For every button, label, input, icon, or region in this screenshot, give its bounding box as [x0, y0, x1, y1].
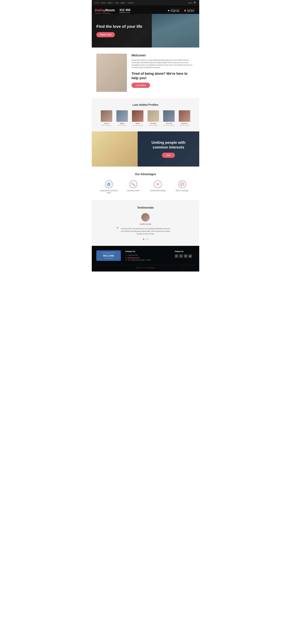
profile-photo-john [163, 110, 175, 122]
profile-card-kathleen[interactable]: Kathleen Age: 26, Glasgow [178, 110, 191, 126]
hero-content: Find the love of your life Register Now [92, 20, 147, 42]
profile-age-walter: Age: 29, London [118, 125, 127, 126]
dot-1[interactable] [143, 238, 144, 240]
nav-login[interactable]: log in [188, 2, 192, 4]
email-link[interactable]: info@demoLink.org [128, 257, 139, 258]
header-inner: DatingRoom Introduction & Dating Agency … [92, 6, 199, 14]
footer-inner: TemplateMonster WELCOME TO OUR FANS! Con… [96, 250, 195, 262]
welcome-heading: Welcome! [132, 54, 195, 57]
testimonial-name: Judith Hunter [95, 223, 196, 225]
profile-image-john [163, 110, 175, 122]
welcome-image [96, 54, 127, 92]
profile-image-danielle [148, 110, 159, 122]
contact-address: 📍 22 St. Black Road Orlando, FL 34578 [125, 259, 170, 261]
welcome-section: Welcome! Dating Room Agency is a long-es… [92, 48, 199, 98]
social-icons: f t 📷 g+ [175, 254, 195, 258]
header-stats: 312 456 Registered Users [119, 8, 130, 13]
profile-name-danielle: Danielle [150, 123, 156, 124]
unite-title: Uniting people with common interests [144, 140, 193, 150]
profile-age-john: Age: 32, Las Vegas [164, 125, 174, 126]
pages-dropdown-arrow: ▾ [113, 2, 113, 4]
footer-bottom: Dating Room © 2016 Privacy policy [96, 265, 195, 268]
profile-name-walter: Walter [120, 123, 124, 124]
android-store-name: Google play [171, 10, 180, 12]
profile-card-donna[interactable]: Donna Age: 18, Glasgow [100, 110, 113, 126]
welcome-description: Dating Room Agency is a long-established… [132, 59, 195, 69]
site-header: DatingRoom Introduction & Dating Agency … [92, 6, 199, 48]
join-button[interactable]: Join [162, 153, 175, 158]
logo-subtitle: Introduction & Dating Agency [95, 12, 115, 14]
testimonial-dots [95, 238, 196, 240]
advantage-label-dating: Dating service around the world [100, 190, 118, 194]
learn-more-button[interactable]: Learn More [132, 83, 150, 88]
dot-2[interactable] [145, 238, 146, 240]
search-icon[interactable]: 🔍 [194, 2, 196, 4]
advantage-search: 🔍 Convenient search [124, 180, 143, 194]
testimonials-section: Testimonials Judith Hunter " I would jus… [92, 200, 199, 246]
nav-about[interactable]: about [101, 2, 106, 4]
nav-home[interactable]: home [95, 2, 99, 4]
profile-name-sarah: Sarah [136, 123, 140, 124]
tm-logo: TemplateMonster [98, 252, 119, 254]
profile-photo-danielle [148, 110, 159, 122]
search-advantage-icon: 🔍 [130, 180, 137, 188]
profile-card-walter[interactable]: Walter Age: 29, London [115, 110, 129, 126]
profile-name-kathleen: Kathleen [181, 123, 188, 124]
advantages-grid: 🌐 Dating service around the world 🔍 Conv… [95, 180, 196, 194]
twitter-icon[interactable]: t [179, 254, 183, 258]
testimonial-avatar [141, 213, 150, 222]
android-store-text: ANDROID APP ON Google play [171, 9, 180, 12]
profile-card-john[interactable]: John (S) Age: 32, Las Vegas [162, 110, 176, 126]
profile-photo-donna [101, 110, 112, 122]
footer-follow: Follow Us f t 📷 g+ [175, 250, 195, 258]
contact-email: ✉ info@demoLink.org [125, 257, 170, 258]
footer-welcome-text: WELCOME [98, 254, 119, 257]
welcome-text: Welcome! Dating Room Agency is a long-es… [132, 54, 195, 88]
advantages-section: Our Advantages 🌐 Dating service around t… [92, 166, 199, 200]
googleplus-icon[interactable]: g+ [189, 254, 192, 258]
ios-app-button[interactable]: 🍎 Available on the App Store [182, 8, 196, 12]
profile-image-sarah [132, 110, 143, 122]
hero-section: Find the love of your life Register Now [92, 14, 199, 48]
advantage-messenger: 💬 Built-in messenger [173, 180, 191, 194]
header-apps: ▶ ANDROID APP ON Google play 🍎 Available… [167, 8, 196, 12]
instagram-icon[interactable]: 📷 [184, 254, 187, 258]
profile-card-sarah[interactable]: Sarah Age: 20, Liverpool [131, 110, 145, 126]
profile-image-walter [116, 110, 128, 122]
globe-icon: 🌐 [105, 180, 113, 188]
contact-phone: 📞 1-800-1234-567 [125, 254, 170, 256]
profile-age-sarah: Age: 20, Liverpool [133, 125, 143, 126]
navigation: home about pages ▾ blog gallery contacts… [92, 0, 199, 6]
testimonials-title: Testimonials [95, 206, 196, 209]
ios-small-text: Available on the [187, 9, 195, 10]
nav-blog[interactable]: blog [115, 2, 119, 4]
profile-card-danielle[interactable]: Danielle Age: 26, Glasgow [146, 110, 160, 126]
advantage-label-search: Convenient search [127, 190, 140, 192]
android-icon: ▶ [168, 9, 170, 12]
nav-contacts[interactable]: contacts [128, 2, 134, 4]
nav-right: log in 🔍 [188, 2, 196, 4]
footer-logo-box: TemplateMonster WELCOME TO OUR FANS! [96, 250, 121, 261]
hero-couple-image [152, 14, 199, 48]
logo-area: DatingRoom Introduction & Dating Agency [95, 8, 115, 14]
android-app-button[interactable]: ▶ ANDROID APP ON Google play [167, 8, 181, 12]
footer-copyright: Dating Room © 2016 Privacy policy [96, 267, 195, 268]
dot-3[interactable] [147, 238, 148, 240]
ios-store-text: Available on the App Store [187, 9, 195, 12]
nav-pages[interactable]: pages ▾ [108, 2, 113, 4]
profile-photo-sarah [132, 110, 143, 122]
privacy-policy-link[interactable]: Privacy policy [148, 267, 155, 268]
register-button[interactable]: Register Now [96, 32, 115, 37]
nav-links: home about pages ▾ blog gallery contacts [95, 2, 134, 4]
registered-count: 312 456 [119, 8, 130, 12]
facebook-icon[interactable]: f [175, 254, 178, 258]
profile-age-donna: Age: 18, Glasgow [102, 125, 111, 126]
phone-number: 1-800-1234-567 [128, 254, 138, 256]
footer: TemplateMonster WELCOME TO OUR FANS! Con… [92, 246, 199, 272]
profile-age-kathleen: Age: 26, Glasgow [180, 125, 189, 126]
nav-gallery[interactable]: gallery [121, 2, 126, 4]
phone-icon: 📞 [125, 254, 127, 256]
registered-label: Registered Users [119, 12, 130, 13]
unite-image [92, 132, 138, 166]
email-icon: ✉ [125, 257, 127, 258]
